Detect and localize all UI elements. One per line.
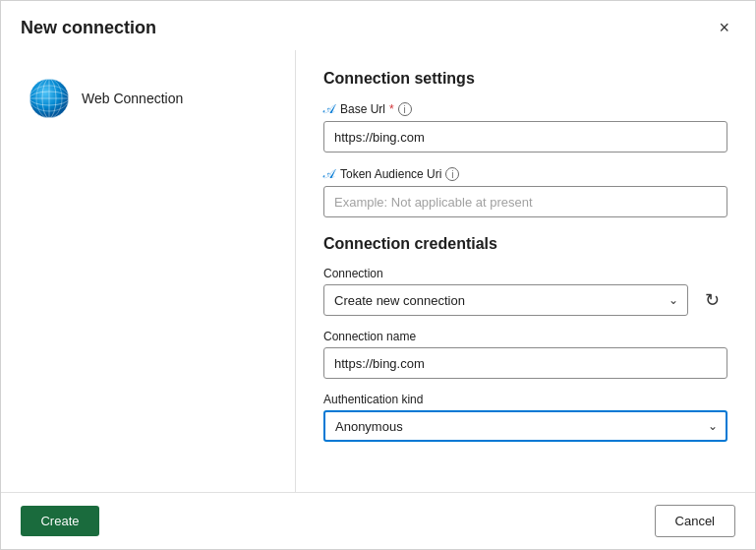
dialog-header: New connection × bbox=[1, 1, 755, 50]
new-connection-dialog: New connection × bbox=[0, 0, 756, 550]
connection-select-wrapper: Create new connection ⌄ bbox=[323, 284, 688, 316]
token-uri-info-icon[interactable]: i bbox=[445, 167, 459, 181]
token-uri-icon: 𝒜‍ bbox=[323, 166, 334, 182]
base-url-field-group: 𝒜‍ Base Url * i bbox=[323, 101, 727, 153]
connection-field-group: Connection Create new connection ⌄ ↻ bbox=[323, 267, 727, 316]
dialog-body: Web Connection Connection settings 𝒜‍ Ba… bbox=[1, 50, 755, 492]
connection-name-input[interactable] bbox=[323, 347, 727, 379]
connection-row: Create new connection ⌄ ↻ bbox=[323, 284, 727, 316]
token-uri-input[interactable] bbox=[323, 186, 727, 217]
close-button[interactable]: × bbox=[713, 17, 735, 38]
base-url-label: 𝒜‍ Base Url * i bbox=[323, 101, 727, 117]
credentials-section-title: Connection credentials bbox=[323, 235, 727, 253]
cancel-button[interactable]: Cancel bbox=[655, 505, 735, 537]
create-button[interactable]: Create bbox=[21, 506, 99, 536]
dialog-footer: Create Cancel bbox=[1, 492, 755, 549]
left-panel: Web Connection bbox=[1, 50, 296, 492]
token-uri-field-group: 𝒜‍ Token Audience Uri i bbox=[323, 166, 727, 217]
token-uri-label: 𝒜‍ Token Audience Uri i bbox=[323, 166, 727, 182]
web-connection-icon bbox=[29, 78, 70, 119]
required-indicator: * bbox=[389, 102, 394, 116]
auth-kind-select-wrapper: Anonymous ⌄ bbox=[323, 410, 727, 442]
connection-credentials-section: Connection credentials Connection Create… bbox=[323, 235, 727, 442]
connection-name-field-group: Connection name bbox=[323, 330, 727, 379]
base-url-info-icon[interactable]: i bbox=[398, 102, 412, 116]
dialog-title: New connection bbox=[21, 18, 156, 38]
auth-kind-select[interactable]: Anonymous bbox=[323, 410, 727, 442]
auth-kind-field-group: Authentication kind Anonymous ⌄ bbox=[323, 393, 727, 442]
base-url-icon: 𝒜‍ bbox=[323, 101, 334, 117]
base-url-input[interactable] bbox=[323, 121, 727, 153]
connector-name: Web Connection bbox=[82, 91, 183, 106]
settings-section-title: Connection settings bbox=[323, 70, 727, 88]
connection-settings-section: Connection settings 𝒜‍ Base Url * i 𝒜‍ T… bbox=[323, 70, 727, 217]
connection-label: Connection bbox=[323, 267, 727, 280]
auth-kind-label: Authentication kind bbox=[323, 393, 727, 406]
connection-select[interactable]: Create new connection bbox=[323, 284, 688, 316]
connector-item: Web Connection bbox=[21, 70, 275, 127]
refresh-button[interactable]: ↻ bbox=[696, 284, 727, 316]
connection-name-label: Connection name bbox=[323, 330, 727, 343]
right-panel: Connection settings 𝒜‍ Base Url * i 𝒜‍ T… bbox=[296, 50, 755, 492]
